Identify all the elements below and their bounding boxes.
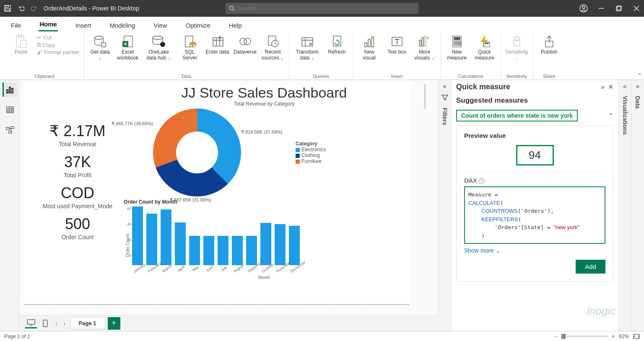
desktop-layout-icon[interactable]	[25, 318, 37, 328]
svg-rect-27	[365, 43, 367, 47]
onelake-button[interactable]: OneLake data hub ⌄	[144, 34, 174, 61]
mobile-layout-icon[interactable]	[39, 318, 51, 328]
pie-legend: Category Electronics Clothing Furniture	[296, 141, 326, 164]
menu-optimize[interactable]: Optimize	[185, 19, 211, 31]
transform-data-button[interactable]: Transform data ⌄	[293, 34, 321, 61]
recent-sources-button[interactable]: Recent sources ⌄	[261, 34, 285, 61]
text-box-button[interactable]: Text box	[385, 34, 409, 55]
expand-left-icon[interactable]: «	[636, 83, 640, 90]
format-painter-button[interactable]: 🖌Format painter	[37, 49, 80, 55]
more-visuals-button[interactable]: More visuals ⌄	[413, 34, 436, 61]
cut-button[interactable]: ✂Cut	[37, 34, 80, 41]
expand-left-icon[interactable]: «	[623, 83, 627, 90]
ribbon-group-calculations: New measure Quick measure Calculations	[441, 32, 501, 80]
svg-rect-37	[457, 41, 458, 43]
ribbon-group-sensitivity: Sensitivity⌄ Sensitivity	[501, 32, 533, 80]
menu-view[interactable]: View	[153, 19, 168, 31]
svg-rect-39	[454, 44, 456, 45]
get-data-button[interactable]: Get data ⌄	[88, 34, 112, 61]
bar-oct	[260, 223, 271, 265]
expand-right-icon[interactable]: »	[601, 83, 605, 91]
svg-rect-48	[12, 88, 13, 93]
ribbon: Paste ✂Cut ⧉Copy 🖌Format painter Clipboa…	[0, 32, 644, 80]
new-visual-icon	[362, 34, 377, 49]
expand-left-icon[interactable]: «	[443, 83, 447, 90]
left-view-rail	[0, 80, 19, 331]
redo-icon[interactable]	[30, 4, 39, 13]
model-view-icon[interactable]	[3, 123, 17, 137]
bar-subtitle: Order Count by Month	[124, 199, 405, 205]
report-canvas[interactable]: ₹ 2.17MTotal Revenue 37KTotal Profit COD…	[19, 80, 439, 315]
svg-point-22	[244, 38, 251, 45]
undo-icon[interactable]	[17, 4, 25, 13]
close-pane-icon[interactable]: ✕	[608, 83, 613, 91]
menu-insert[interactable]: Insert	[75, 19, 92, 31]
text-box-icon	[390, 34, 404, 49]
new-visual-button[interactable]: New visual	[358, 34, 381, 61]
svg-rect-2	[5, 9, 10, 11]
global-search[interactable]	[226, 3, 418, 14]
info-icon[interactable]: ?	[479, 178, 485, 184]
zoom-value: 62%	[619, 333, 629, 339]
zoom-out-icon[interactable]: −	[554, 333, 557, 339]
page-tab-1[interactable]: Page 1	[70, 317, 105, 329]
show-more-link[interactable]: Show more ⌄	[464, 247, 605, 254]
add-page-button[interactable]: +	[108, 317, 120, 330]
sql-server-button[interactable]: SQL Server	[178, 34, 202, 61]
get-data-icon	[93, 34, 107, 49]
new-measure-button[interactable]: New measure	[445, 34, 469, 61]
paste-icon	[14, 34, 28, 49]
bar-jun	[203, 236, 214, 265]
restore-icon[interactable]	[615, 4, 623, 13]
svg-rect-28	[368, 39, 370, 47]
ribbon-collapse-icon[interactable]: ⌃	[637, 72, 642, 79]
data-pane-collapsed[interactable]: « Data	[631, 80, 644, 331]
svg-point-3	[230, 6, 234, 10]
minimize-icon[interactable]	[597, 4, 605, 13]
menu-help[interactable]: Help	[228, 19, 243, 31]
visualizations-pane-collapsed[interactable]: « Visualizations	[619, 80, 631, 331]
sensitivity-button[interactable]: Sensitivity⌄	[505, 34, 529, 61]
quick-measure-icon	[478, 34, 492, 49]
page-prev-icon[interactable]: ‹	[54, 320, 59, 327]
dataverse-button[interactable]: Dataverse	[234, 34, 257, 55]
svg-rect-33	[424, 36, 426, 46]
excel-button[interactable]: Excel workbook	[116, 34, 140, 61]
sensitivity-icon	[510, 34, 524, 49]
brush-icon: 🖌	[37, 49, 42, 55]
menu-home[interactable]: Home	[39, 18, 58, 31]
account-icon[interactable]	[579, 4, 588, 13]
report-view-icon[interactable]	[3, 83, 17, 97]
bar-feb	[146, 214, 157, 265]
zoom-in-icon[interactable]: +	[612, 333, 615, 339]
search-input[interactable]	[237, 5, 415, 12]
svg-point-16	[160, 42, 165, 47]
svg-rect-31	[419, 40, 421, 46]
kpi-total-revenue: ₹ 2.17MTotal Revenue	[36, 122, 119, 147]
svg-rect-36	[454, 41, 456, 43]
refresh-button[interactable]: Refresh	[325, 34, 349, 55]
add-button[interactable]: Add	[576, 260, 605, 274]
zoom-slider[interactable]	[561, 336, 608, 337]
filters-pane-collapsed[interactable]: « Filters	[439, 80, 451, 331]
page-next-icon[interactable]: ›	[62, 320, 67, 327]
ribbon-group-clipboard: Paste ✂Cut ⧉Copy 🖌Format painter Clipboa…	[5, 32, 84, 80]
suggestion-text[interactable]: Count of orders where state is new york	[456, 110, 578, 121]
fit-to-page-icon[interactable]	[633, 334, 640, 339]
ribbon-group-queries: Transform data ⌄ Refresh Queries	[289, 32, 353, 80]
more-visuals-icon	[418, 34, 432, 49]
recent-icon	[266, 34, 280, 49]
menu-file[interactable]: File	[10, 19, 22, 31]
chevron-up-icon[interactable]: ⌃	[608, 112, 613, 120]
save-icon[interactable]	[3, 4, 12, 13]
svg-rect-12	[101, 43, 106, 47]
quick-measure-button[interactable]: Quick measure	[473, 34, 496, 61]
close-icon[interactable]	[632, 4, 641, 13]
copy-button[interactable]: ⧉Copy	[37, 41, 80, 48]
data-view-icon[interactable]	[3, 103, 17, 117]
enter-data-button[interactable]: Enter data	[206, 34, 229, 55]
paste-button[interactable]: Paste	[9, 34, 33, 55]
dax-code[interactable]: Measure = CALCULATE( COUNTROWS('Orders')…	[464, 186, 605, 244]
publish-button[interactable]: Publish	[538, 34, 561, 55]
menu-modeling[interactable]: Modeling	[109, 19, 136, 31]
